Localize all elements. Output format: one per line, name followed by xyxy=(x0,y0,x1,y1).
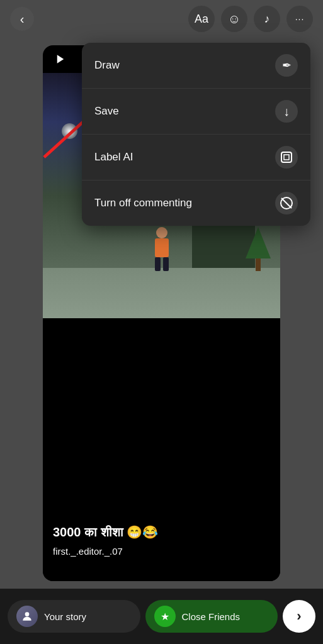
video-caption: 3000 का शीशा 😁😂 xyxy=(53,525,270,540)
close-friends-label: Close Friends xyxy=(182,611,241,622)
menu-item-save[interactable]: Save ↓ xyxy=(82,89,310,135)
face-effects-button[interactable]: ☺ xyxy=(221,6,247,32)
text-style-button[interactable]: Aa xyxy=(188,6,215,32)
top-bar: ‹ Aa ☺ ♪ ··· xyxy=(0,0,323,38)
scene-ground xyxy=(43,268,280,318)
caption-area: 3000 का शीशा 😁😂 first._.editor._.07 xyxy=(43,499,280,581)
menu-item-draw[interactable]: Draw ✒ xyxy=(82,43,310,89)
reel-icon xyxy=(50,49,71,69)
svg-rect-3 xyxy=(281,152,292,162)
person-legs xyxy=(155,257,169,271)
svg-point-6 xyxy=(25,612,30,616)
music-button[interactable]: ♪ xyxy=(254,6,280,32)
leg-right xyxy=(163,257,169,271)
your-story-avatar xyxy=(16,606,38,627)
leg-left xyxy=(155,257,161,271)
context-menu: Draw ✒ Save ↓ Label AI Turn off commenti… xyxy=(82,43,310,226)
bottom-bar: Your story ★ Close Friends › xyxy=(0,589,323,644)
turn-off-commenting-icon xyxy=(275,192,298,214)
top-bar-left: ‹ xyxy=(10,7,34,31)
draw-icon: ✒ xyxy=(275,54,298,77)
save-icon: ↓ xyxy=(275,100,298,123)
close-friends-button[interactable]: ★ Close Friends xyxy=(145,600,278,633)
person-head xyxy=(156,227,167,238)
menu-item-label-ai[interactable]: Label AI xyxy=(82,135,310,180)
scene-light xyxy=(62,123,77,139)
scene-tree xyxy=(249,227,268,271)
menu-item-turn-off-commenting[interactable]: Turn off commenting xyxy=(82,180,310,226)
your-story-button[interactable]: Your story xyxy=(8,600,140,633)
label-ai-icon xyxy=(275,146,298,169)
svg-line-5 xyxy=(281,198,292,208)
scene-person xyxy=(155,227,169,271)
tree-top xyxy=(246,227,271,258)
share-arrow-button[interactable]: › xyxy=(283,600,315,633)
close-friends-star-icon: ★ xyxy=(154,606,176,627)
top-bar-right: Aa ☺ ♪ ··· xyxy=(188,6,313,32)
back-button[interactable]: ‹ xyxy=(10,7,34,31)
person-body xyxy=(155,238,169,257)
your-story-label: Your story xyxy=(44,611,86,622)
video-username: first._.editor._.07 xyxy=(53,546,270,557)
more-options-button[interactable]: ··· xyxy=(286,6,313,32)
svg-marker-0 xyxy=(57,55,64,64)
